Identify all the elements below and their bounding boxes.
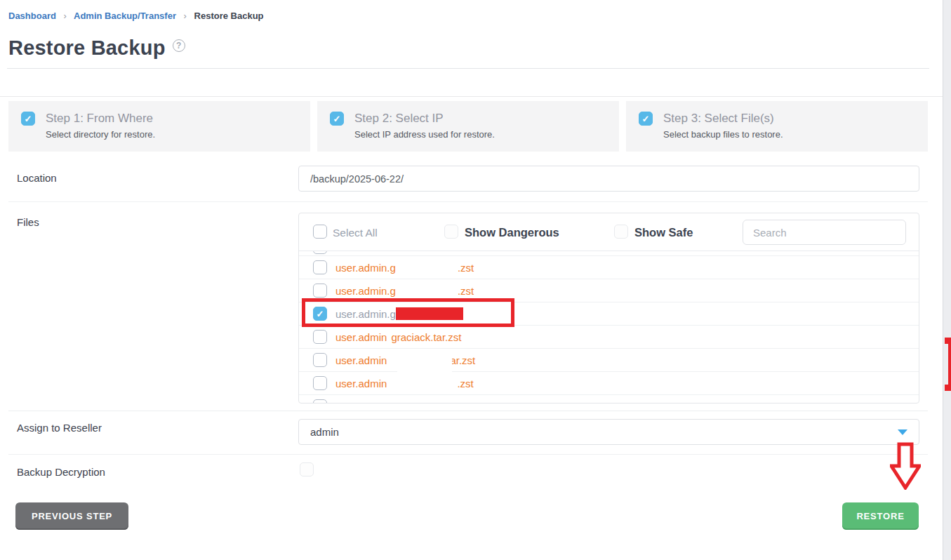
step-1-description: Select directory for restore.: [46, 129, 155, 140]
annotation-bracket-bottom: [945, 385, 951, 391]
select-all-label[interactable]: Select All: [333, 227, 378, 239]
file-name-link[interactable]: user.admin.g.zst: [335, 400, 474, 404]
show-safe-label[interactable]: Show Safe: [634, 226, 693, 239]
steps-row: ✓ Step 1: From Where Select directory fo…: [8, 101, 928, 152]
file-checkbox[interactable]: [313, 399, 327, 404]
show-dangerous-label[interactable]: Show Dangerous: [465, 226, 559, 239]
backup-decryption-label: Backup Decryption: [17, 466, 105, 478]
divider: [8, 201, 928, 202]
page-scrollbar[interactable]: [943, 0, 951, 560]
step-2-checkbox[interactable]: ✓: [330, 112, 344, 126]
divider: [7, 68, 929, 69]
file-row[interactable]: user.admin.zst: [299, 371, 919, 394]
file-checkbox[interactable]: [313, 353, 327, 367]
annotation-red-box: [302, 298, 514, 327]
divider: [8, 411, 928, 411]
help-icon[interactable]: ?: [173, 39, 185, 52]
chevron-down-icon: [898, 429, 907, 435]
file-row[interactable]: user.admin.g.zst: [299, 394, 919, 404]
file-checkbox[interactable]: [313, 251, 327, 254]
divider: [8, 454, 928, 455]
assign-to-reseller-label: Assign to Reseller: [17, 422, 102, 434]
breadcrumb-separator: ›: [64, 11, 67, 21]
step-3-box: ✓ Step 3: Select File(s) Select backup f…: [626, 101, 928, 152]
previous-step-button[interactable]: PREVIOUS STEP: [15, 502, 128, 530]
restore-button[interactable]: RESTORE: [842, 502, 919, 530]
assign-to-reseller-value: admin: [310, 426, 339, 438]
step-3-description: Select backup files to restore.: [663, 129, 783, 140]
breadcrumb-current: Restore Backup: [194, 11, 264, 21]
annotation-arrow-down-icon: [890, 442, 921, 490]
breadcrumb: Dashboard › Admin Backup/Transfer › Rest…: [8, 11, 264, 21]
file-name-link[interactable]: user.admin.g.zst: [335, 261, 474, 274]
step-3-label: Step 3: Select File(s): [663, 112, 783, 126]
file-checkbox[interactable]: [313, 330, 327, 344]
restore-backup-page: Dashboard › Admin Backup/Transfer › Rest…: [0, 0, 951, 560]
file-row-partial-top: [299, 251, 919, 255]
annotation-bracket-bar: [948, 338, 951, 391]
step-2-label: Step 2: Select IP: [354, 112, 495, 126]
show-safe-checkbox[interactable]: [614, 225, 628, 239]
divider: [0, 96, 943, 97]
page-title: Restore Backup: [8, 36, 166, 60]
location-input[interactable]: /backup/2025-06-22/: [298, 166, 919, 192]
select-all-checkbox[interactable]: [313, 225, 327, 239]
location-label: Location: [17, 172, 57, 184]
search-input[interactable]: [743, 220, 906, 245]
file-name-link[interactable]: user.admin.g.zst: [335, 284, 474, 297]
breadcrumb-link-dashboard[interactable]: Dashboard: [8, 11, 56, 21]
show-dangerous-checkbox[interactable]: [444, 225, 458, 239]
assign-to-reseller-select[interactable]: admin: [298, 419, 919, 445]
step-2-description: Select IP address used for restore.: [354, 129, 495, 140]
step-1-checkbox[interactable]: ✓: [21, 112, 35, 126]
step-3-checkbox[interactable]: ✓: [639, 112, 653, 126]
file-checkbox[interactable]: [313, 376, 327, 390]
step-1-label: Step 1: From Where: [46, 112, 155, 126]
step-1-box: ✓ Step 1: From Where Select directory fo…: [8, 101, 310, 152]
step-2-box: ✓ Step 2: Select IP Select IP address us…: [317, 101, 619, 152]
breadcrumb-separator: ›: [184, 11, 187, 21]
breadcrumb-link-admin-backup-transfer[interactable]: Admin Backup/Transfer: [74, 11, 176, 21]
file-checkbox[interactable]: [313, 284, 327, 298]
files-panel-header: Select All Show Dangerous Show Safe: [299, 213, 919, 251]
files-label: Files: [17, 216, 39, 228]
backup-decryption-checkbox[interactable]: [300, 462, 314, 476]
redaction-white-patch: [397, 349, 452, 393]
file-row[interactable]: user.admin.g.zst: [299, 255, 919, 279]
file-row[interactable]: user.adminar.zst: [299, 348, 919, 371]
file-checkbox[interactable]: [313, 260, 327, 274]
redaction-white-patch: [391, 327, 523, 333]
